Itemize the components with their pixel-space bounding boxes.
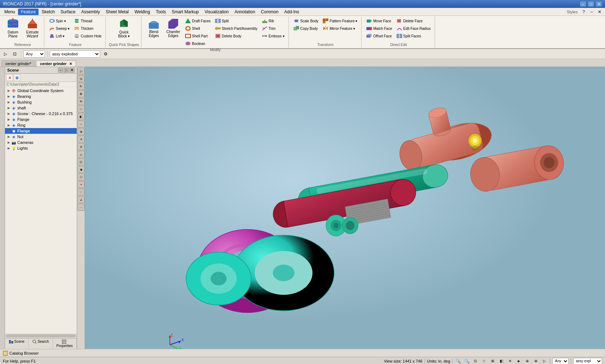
ltool-select[interactable]: ⊡	[77, 75, 85, 82]
ltool-hide[interactable]: ◉	[77, 166, 85, 173]
select-tool-button[interactable]: ⊡	[11, 50, 19, 58]
ltool-tria[interactable]: △	[77, 151, 85, 158]
tree-item-flange1[interactable]: ▶ ◈ Flange	[5, 117, 77, 122]
tree-expand-flange1[interactable]: ▶	[6, 118, 11, 121]
tree-expand-shaft[interactable]: ▶	[6, 106, 11, 110]
close-ribbon-button[interactable]: ✕	[596, 8, 604, 16]
tree-expand-cameras[interactable]: ▶	[6, 141, 11, 144]
edit-face-radius-button[interactable]: Edit Face Radius	[395, 25, 433, 32]
scene-config-button[interactable]: ⊞	[14, 74, 20, 81]
tree-item-cameras[interactable]: ▶ 📷 Cameras	[5, 140, 77, 145]
shell-button[interactable]: Shell	[183, 25, 212, 32]
filter-status-select[interactable]: Any	[552, 358, 569, 364]
thicken-button[interactable]: Thicken	[72, 25, 103, 32]
offset-face-button[interactable]: Offset Face	[364, 32, 394, 40]
menu-item-welding[interactable]: Welding	[132, 9, 153, 15]
fit-button[interactable]: ⊡	[472, 358, 479, 364]
tree-expand-nut[interactable]: ▶	[6, 135, 11, 138]
menu-item-common[interactable]: Common	[258, 9, 282, 15]
tree-expand-flange2[interactable]: ▶	[6, 129, 11, 133]
ltool-pointer[interactable]: ▷	[77, 68, 85, 75]
thread-button[interactable]: Thread	[72, 17, 103, 24]
spin-button[interactable]: Spin ▾	[47, 17, 71, 24]
menu-item-annotation[interactable]: Annotation	[232, 9, 258, 15]
blend-edges-button[interactable]: Blend Edges	[144, 17, 163, 39]
ltool-dots[interactable]: ···	[77, 204, 85, 211]
tree-expand-bearing[interactable]: ▶	[6, 95, 11, 98]
ltool-box[interactable]: □	[77, 105, 85, 113]
select-all-button[interactable]: ⊛	[524, 358, 530, 364]
tree-item-shaft[interactable]: ▶ ◈ shaft	[5, 105, 77, 111]
quick-block-button[interactable]: Quick Block ▾	[115, 17, 133, 39]
tree-expand-lights[interactable]: ▶	[6, 146, 11, 150]
ltool-snap[interactable]: ✦	[77, 181, 85, 188]
extrude-wizard-button[interactable]: Extrude Wizard	[23, 17, 42, 39]
display-mode-button[interactable]: ◧	[498, 358, 505, 364]
tree-item-global-coord[interactable]: ▶ ⊕ Global Coordinate System	[5, 88, 77, 94]
viewport[interactable]: Z Y X	[85, 67, 605, 349]
delete-body-button[interactable]: Delete Body	[213, 32, 259, 40]
help-button[interactable]: ?	[580, 8, 588, 16]
ltool-grid[interactable]: ⊞	[77, 128, 85, 135]
menu-item-sheet-metal[interactable]: Sheet Metal	[103, 9, 131, 15]
scene-select[interactable]: assy exploded default	[50, 50, 100, 58]
tree-expand-global-coord[interactable]: ▶	[6, 89, 11, 92]
doc-tab-center-grinder-star[interactable]: center grinder*	[1, 60, 35, 67]
mirror-feature-button[interactable]: Mirror Feature ▾	[321, 25, 359, 32]
filter-select[interactable]: Any Face Edge Body	[23, 50, 45, 58]
ltool-zoom[interactable]: ⊕	[77, 90, 85, 97]
ltool-light[interactable]: ☀	[77, 136, 85, 143]
ltool-pan[interactable]: ✛	[77, 98, 85, 105]
menu-item-assembly[interactable]: Assembly	[78, 9, 103, 15]
custom-hole-button[interactable]: Custom Hole	[72, 32, 103, 40]
menu-item-surface[interactable]: Surface	[58, 9, 78, 15]
zoom-window-button[interactable]: □	[481, 358, 487, 364]
ltool-angle[interactable]: ∠	[77, 196, 85, 203]
tree-item-bushing[interactable]: ▶ ◈ Bushing	[5, 99, 77, 105]
split-faces-button[interactable]: Split Faces	[395, 32, 433, 40]
match-face-button[interactable]: Match Face	[364, 25, 394, 32]
split-button[interactable]: Split	[213, 17, 259, 24]
datum-plane-button[interactable]: Datum Plane	[4, 17, 22, 39]
scene-settings-button[interactable]: ⚙	[102, 50, 109, 58]
tree-item-flange2[interactable]: ▶ ◈ Flange	[5, 128, 77, 134]
ltool-section[interactable]: ⊘	[77, 143, 85, 150]
3d-nav-button[interactable]: ⊕	[533, 358, 539, 364]
menu-item-tools[interactable]: Tools	[153, 9, 169, 15]
tree-item-ring[interactable]: ▶ ◈ Ring	[5, 122, 77, 128]
scale-body-button[interactable]: Scale Body	[292, 17, 321, 24]
zoom-in-button[interactable]: 🔍	[455, 358, 461, 364]
ltool-rotate[interactable]: ↻	[77, 83, 85, 90]
scene-scrollbar-h[interactable]	[5, 334, 77, 338]
minimize-button[interactable]: –	[580, 1, 586, 7]
move-face-button[interactable]: Move Face	[364, 17, 394, 24]
tree-item-lights[interactable]: ▶ 💡 Lights	[5, 145, 77, 151]
ltool-wire[interactable]: ⬡	[77, 173, 85, 181]
tree-expand-screw[interactable]: ▶	[6, 112, 11, 115]
catalog-label[interactable]: Catalog Browser	[9, 351, 39, 355]
emboss-button[interactable]: A Emboss ▾	[260, 32, 286, 40]
light-button[interactable]: ☀	[507, 358, 513, 364]
stretch-button[interactable]: Stretch Part/Assembly	[213, 25, 259, 32]
view-options-button[interactable]: ⊞	[489, 358, 496, 364]
scene-minimize-button[interactable]: –	[58, 68, 63, 73]
menu-item-visualization[interactable]: Visualization	[202, 9, 232, 15]
doc-tab-close-button[interactable]: ✕	[69, 62, 72, 66]
close-button[interactable]: ✕	[596, 1, 602, 7]
perspective-button[interactable]: ◈	[515, 358, 522, 364]
tree-expand-bushing[interactable]: ▶	[6, 100, 11, 104]
tree-item-bearing[interactable]: ▶ ◈ Bearing	[5, 94, 77, 99]
scene-tab-search[interactable]: Search	[29, 338, 53, 349]
scene-restore-button[interactable]: □	[64, 68, 69, 73]
scene-tab-scene[interactable]: Scene	[5, 338, 29, 349]
scene-close-button[interactable]: ✕	[70, 68, 75, 73]
doc-tab-center-grinder[interactable]: center grinder ✕	[36, 60, 76, 67]
sweep-button[interactable]: Sweep ▾	[47, 25, 71, 32]
loft-button[interactable]: Loft ▾	[47, 32, 71, 40]
maximize-button[interactable]: □	[588, 1, 594, 7]
pointer-btn[interactable]: ▷	[541, 358, 548, 364]
minimize-ribbon-button[interactable]: –	[588, 8, 596, 16]
menu-item-menu[interactable]: Menu	[1, 9, 18, 15]
tree-item-screw[interactable]: ▶ ◈ Screw : Cheese - 0.216 x 0.375	[5, 111, 77, 117]
menu-item-feature[interactable]: Feature	[18, 9, 39, 15]
